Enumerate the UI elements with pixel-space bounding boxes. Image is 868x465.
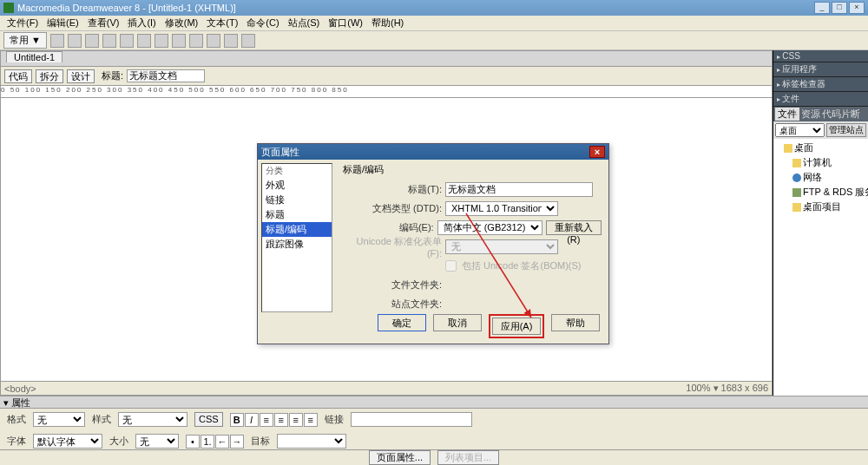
- align-justify-button[interactable]: ≡: [304, 413, 318, 427]
- view-code-button[interactable]: 代码: [4, 69, 32, 83]
- indent-button[interactable]: →: [230, 435, 244, 449]
- tree-node[interactable]: 桌面项目: [775, 200, 866, 214]
- size-select[interactable]: 无: [135, 434, 179, 449]
- menu-insert[interactable]: 插入(I): [124, 16, 159, 29]
- list-ul-button[interactable]: •: [186, 435, 200, 449]
- panel-css[interactable]: CSS: [773, 50, 868, 62]
- minimize-button[interactable]: _: [814, 2, 830, 14]
- files-tab-snippets[interactable]: 代码片断: [822, 108, 860, 121]
- file-tree[interactable]: 桌面 计算机 网络 FTP & RDS 服务器 桌面项目: [773, 139, 868, 396]
- align-left-button[interactable]: ≡: [260, 413, 273, 427]
- tool-icon[interactable]: [224, 34, 238, 48]
- tool-icon[interactable]: [120, 34, 134, 48]
- tag-selector[interactable]: <body>: [4, 383, 36, 394]
- window-titlebar: Macromedia Dreamweaver 8 - [Untitled-1 (…: [0, 0, 868, 16]
- reload-button[interactable]: 重新载入(R): [546, 220, 602, 235]
- format-label: 格式: [7, 413, 26, 426]
- title-input[interactable]: [445, 182, 593, 197]
- dialog-close-button[interactable]: ×: [589, 146, 605, 158]
- encoding-select[interactable]: 简体中文 (GB2312): [437, 220, 542, 235]
- insert-category[interactable]: 常用 ▼: [3, 32, 47, 49]
- menu-window[interactable]: 窗口(W): [325, 16, 366, 29]
- panel-tag-inspector[interactable]: 标签检查器: [773, 77, 868, 92]
- style-label: 样式: [92, 413, 111, 426]
- style-select[interactable]: 无: [118, 412, 187, 427]
- page-properties-dialog: 页面属性 × 分类 外观 链接 标题 标题/编码 跟踪图像 标题/编码 标题(T…: [257, 143, 609, 344]
- properties-header[interactable]: ▾ 属性: [0, 396, 868, 409]
- bold-button[interactable]: B: [230, 413, 244, 427]
- panel-files[interactable]: 文件: [773, 92, 868, 107]
- doc-title-label: 标题:: [102, 69, 123, 82]
- menu-commands[interactable]: 命令(C): [243, 16, 282, 29]
- category-title-encoding[interactable]: 标题/编码: [262, 222, 332, 237]
- tree-node[interactable]: FTP & RDS 服务器: [775, 185, 866, 200]
- tree-node[interactable]: 计算机: [775, 155, 866, 170]
- zoom-size-info[interactable]: 100% ▾ 1683 x 696: [686, 383, 768, 394]
- site-folder-label: 站点文件夹:: [343, 298, 445, 311]
- manage-sites-button[interactable]: 管理站点: [826, 123, 866, 137]
- format-select[interactable]: 无: [33, 412, 85, 427]
- view-design-button[interactable]: 设计: [67, 69, 95, 83]
- css-button[interactable]: CSS: [194, 412, 223, 427]
- category-links[interactable]: 链接: [262, 193, 332, 207]
- category-list[interactable]: 分类 外观 链接 标题 标题/编码 跟踪图像: [261, 163, 332, 312]
- link-input[interactable]: [351, 412, 472, 427]
- maximize-button[interactable]: □: [832, 2, 847, 14]
- files-tab-assets[interactable]: 资源: [801, 108, 820, 121]
- page-properties-button[interactable]: 页面属性...: [369, 450, 431, 465]
- category-trace-image[interactable]: 跟踪图像: [262, 237, 332, 252]
- tool-icon[interactable]: [102, 34, 116, 48]
- menu-file[interactable]: 文件(F): [3, 16, 42, 29]
- target-select[interactable]: [277, 434, 346, 449]
- ruler: 0 50 100 150 200 250 300 350 400 450 500…: [1, 86, 772, 98]
- list-items-button[interactable]: 列表项目...: [437, 450, 499, 465]
- category-appearance[interactable]: 外观: [262, 178, 332, 193]
- ok-button[interactable]: 确定: [378, 314, 426, 331]
- document-tabbar: Untitled-1: [1, 51, 772, 67]
- window-title: Macromedia Dreamweaver 8 - [Untitled-1 (…: [17, 3, 236, 13]
- tool-icon[interactable]: [50, 34, 64, 48]
- tool-icon[interactable]: [172, 34, 186, 48]
- apply-button[interactable]: 应用(A): [492, 318, 541, 335]
- close-button[interactable]: ×: [849, 2, 865, 14]
- menu-view[interactable]: 查看(V): [84, 16, 123, 29]
- italic-button[interactable]: I: [245, 413, 259, 427]
- doc-title-input[interactable]: [127, 69, 205, 82]
- server-icon: [792, 188, 801, 197]
- help-button[interactable]: 帮助: [551, 314, 600, 331]
- dtd-select[interactable]: XHTML 1.0 Transitional: [445, 201, 558, 216]
- category-headings[interactable]: 标题: [262, 207, 332, 222]
- tool-icon[interactable]: [137, 34, 151, 48]
- tool-icon[interactable]: [68, 34, 82, 48]
- site-select[interactable]: 桌面: [775, 123, 825, 137]
- folder-icon: [784, 144, 792, 153]
- tool-icon[interactable]: [241, 34, 255, 48]
- title-label: 标题(T):: [343, 183, 445, 196]
- align-center-button[interactable]: ≡: [274, 413, 288, 427]
- menu-modify[interactable]: 修改(M): [161, 16, 202, 29]
- list-ol-button[interactable]: 1.: [201, 435, 214, 449]
- tool-icon[interactable]: [155, 34, 168, 48]
- files-tab-files[interactable]: 文件: [775, 108, 799, 121]
- bom-checkbox: [445, 259, 457, 273]
- size-label: 大小: [109, 435, 128, 448]
- menu-help[interactable]: 帮助(H): [368, 16, 407, 29]
- cancel-button[interactable]: 取消: [433, 314, 482, 331]
- menu-site[interactable]: 站点(S): [285, 16, 324, 29]
- document-tab[interactable]: Untitled-1: [6, 51, 62, 62]
- tool-icon[interactable]: [189, 34, 203, 48]
- align-right-button[interactable]: ≡: [289, 413, 303, 427]
- menu-text[interactable]: 文本(T): [203, 16, 241, 29]
- view-split-button[interactable]: 拆分: [36, 69, 63, 83]
- tree-node[interactable]: 网络: [775, 170, 866, 185]
- tool-icon[interactable]: [207, 34, 220, 48]
- font-select[interactable]: 默认字体: [33, 434, 102, 449]
- tool-icon[interactable]: [85, 34, 99, 48]
- bottom-action-bar: 页面属性... 列表项目...: [0, 449, 868, 465]
- tree-node[interactable]: 桌面: [775, 141, 866, 155]
- document-toolbar: 代码 拆分 设计 标题:: [1, 67, 772, 86]
- outdent-button[interactable]: ←: [215, 435, 229, 449]
- panel-application[interactable]: 应用程序: [773, 62, 868, 77]
- dtd-label: 文档类型 (DTD):: [343, 202, 445, 215]
- menu-edit[interactable]: 编辑(E): [43, 16, 82, 29]
